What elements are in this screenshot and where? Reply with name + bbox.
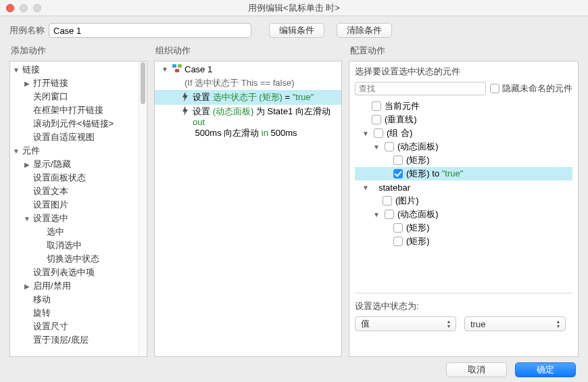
tree-row-vline[interactable]: (垂直线) xyxy=(355,113,572,126)
checkbox-icon[interactable] xyxy=(393,169,403,178)
window-close[interactable] xyxy=(6,4,14,12)
action-tree-label: 启用/禁用 xyxy=(32,280,71,292)
cfg-search-input[interactable] xyxy=(355,82,486,95)
action-tree-item[interactable]: ▶显示/隐藏 xyxy=(10,158,147,171)
action-tree-label: 元件 xyxy=(21,145,40,157)
disclosure-triangle[interactable]: ▼ xyxy=(11,147,21,155)
tree-row-image[interactable]: (图片) xyxy=(355,194,572,208)
action-tree-item[interactable]: 选中 xyxy=(10,225,147,239)
action-tree-item[interactable]: ▶打开链接 xyxy=(10,76,147,90)
action-tree-label: 旋转 xyxy=(32,307,51,319)
checkbox-icon[interactable] xyxy=(393,237,403,246)
checkbox-icon[interactable] xyxy=(490,84,499,93)
checkbox-icon[interactable] xyxy=(393,223,403,233)
action-tree-item[interactable]: 设置尺寸 xyxy=(10,320,147,333)
set-selected-label: 设置选中状态为: xyxy=(355,300,572,312)
action-tree-item[interactable]: 取消选中 xyxy=(10,239,147,252)
org-actions-panel: ▼ Case 1 (If 选中状态于 This == false) 设置 选中状… xyxy=(154,61,342,357)
titlebar: 用例编辑<鼠标单击 时> xyxy=(0,0,588,16)
disclosure-triangle[interactable]: ▶ xyxy=(22,161,32,168)
tree-label: (矩形) xyxy=(406,235,430,247)
value-select[interactable]: true ▲▼ xyxy=(464,316,566,331)
action-row-set-selected[interactable]: 设置 选中状态于 (矩形) = "true" xyxy=(155,90,341,105)
action-tree-item[interactable]: 设置图片 xyxy=(10,198,147,212)
value-type-select[interactable]: 值 ▲▼ xyxy=(355,316,456,331)
action-tree-item[interactable]: ▼元件 xyxy=(10,144,147,158)
tree-row-rect-to-true[interactable]: (矩形) to "true" xyxy=(355,167,572,181)
svg-marker-1 xyxy=(182,106,188,116)
disclosure-triangle[interactable]: ▼ xyxy=(361,130,370,137)
edit-condition-button[interactable]: 编辑条件 xyxy=(269,23,324,38)
tree-label: statebar xyxy=(378,183,410,193)
action-tree-item[interactable]: ▶启用/禁用 xyxy=(10,279,147,293)
tree-label: (矩形) xyxy=(406,154,430,166)
disclosure-triangle[interactable]: ▼ xyxy=(11,66,21,74)
select-value: 值 xyxy=(361,318,370,330)
checkbox-icon[interactable] xyxy=(393,156,403,165)
tree-label: (图片) xyxy=(395,195,419,207)
action-tree-label: 在框架中打开链接 xyxy=(32,104,103,116)
action-tree-item[interactable]: 关闭窗口 xyxy=(10,90,147,103)
ok-button[interactable]: 确定 xyxy=(515,362,576,377)
action-tree-item[interactable]: 设置面板状态 xyxy=(10,171,147,185)
action-text: 设置 (动态面板) 为 State1 向左滑动 out 500ms 向左滑动 i… xyxy=(193,106,339,139)
case-node[interactable]: ▼ Case 1 xyxy=(155,63,341,76)
action-tree-label: 显示/隐藏 xyxy=(32,158,71,170)
disclosure-triangle[interactable]: ▼ xyxy=(22,215,32,222)
disclosure-triangle[interactable]: ▼ xyxy=(372,211,381,218)
disclosure-triangle[interactable]: ▶ xyxy=(22,80,32,87)
disclosure-triangle[interactable]: ▼ xyxy=(361,184,370,191)
tree-row-rect3[interactable]: (矩形) xyxy=(355,235,572,248)
scroll-thumb[interactable] xyxy=(141,62,145,104)
tree-row-dynpanel2[interactable]: ▼(动态面板) xyxy=(355,208,572,221)
action-tree-item[interactable]: ▼链接 xyxy=(10,63,147,76)
disclosure-triangle[interactable]: ▼ xyxy=(160,64,170,75)
case-condition[interactable]: (If 选中状态于 This == false) xyxy=(155,76,341,90)
action-tree-label: 链接 xyxy=(21,64,40,76)
checkbox-icon[interactable] xyxy=(374,128,383,138)
action-tree-label: 设置文本 xyxy=(32,185,68,197)
action-tree-label: 移动 xyxy=(32,293,51,306)
action-row-set-panel-state[interactable]: 设置 (动态面板) 为 State1 向左滑动 out 500ms 向左滑动 i… xyxy=(155,105,341,140)
disclosure-triangle[interactable]: ▼ xyxy=(372,143,381,151)
action-tree-item[interactable]: 滚动到元件<锚链接> xyxy=(10,117,147,130)
action-tree-item[interactable]: 设置自适应视图 xyxy=(10,130,147,144)
tree-row-group[interactable]: ▼(组 合) xyxy=(355,126,572,140)
action-tree-item[interactable]: 在框架中打开链接 xyxy=(10,103,147,117)
window-minimize xyxy=(20,4,28,12)
clear-condition-button[interactable]: 清除条件 xyxy=(337,23,392,38)
action-tree-label: 设置选中 xyxy=(32,212,68,224)
add-actions-scrollbar[interactable] xyxy=(139,62,147,356)
tree-row-rect[interactable]: (矩形) xyxy=(355,153,572,167)
tree-row-rect2[interactable]: (矩形) xyxy=(355,221,572,235)
action-tree-label: 切换选中状态 xyxy=(45,253,99,265)
checkbox-icon[interactable] xyxy=(385,142,394,151)
svg-marker-0 xyxy=(182,92,188,101)
action-tree-label: 取消选中 xyxy=(45,239,82,252)
action-tree-item[interactable]: 移动 xyxy=(10,293,147,306)
tree-label: 当前元件 xyxy=(385,100,420,112)
tree-label: (动态面板) xyxy=(397,141,439,153)
action-tree-item[interactable]: 设置列表选中项 xyxy=(10,266,147,279)
checkbox-icon[interactable] xyxy=(372,115,381,124)
action-tree-item[interactable]: ▼设置选中 xyxy=(10,212,147,225)
tree-row-dynpanel[interactable]: ▼(动态面板) xyxy=(355,140,572,153)
case-name-input[interactable] xyxy=(49,23,251,38)
action-tree-label: 打开链接 xyxy=(32,77,68,89)
disclosure-triangle[interactable]: ▶ xyxy=(22,283,32,290)
bolt-icon xyxy=(180,92,190,101)
checkbox-icon[interactable] xyxy=(383,196,392,206)
cancel-button[interactable]: 取消 xyxy=(446,362,507,377)
action-tree-item[interactable]: 置于顶层/底层 xyxy=(10,333,147,347)
action-tree-item[interactable]: 旋转 xyxy=(10,306,147,320)
action-tree-item[interactable]: 切换选中状态 xyxy=(10,252,147,266)
hide-unnamed-label: 隐藏未命名的元件 xyxy=(502,82,572,95)
add-actions-heading: 添加动作 xyxy=(11,45,147,57)
checkbox-icon[interactable] xyxy=(385,210,394,219)
checkbox-icon[interactable] xyxy=(372,101,381,111)
tree-row-current-widget[interactable]: 当前元件 xyxy=(355,99,572,113)
tree-row-statebar[interactable]: ▼statebar xyxy=(355,181,572,194)
chevron-updown-icon: ▲▼ xyxy=(554,318,563,329)
action-tree-item[interactable]: 设置文本 xyxy=(10,185,147,198)
hide-unnamed-checkbox[interactable]: 隐藏未命名的元件 xyxy=(490,82,572,95)
